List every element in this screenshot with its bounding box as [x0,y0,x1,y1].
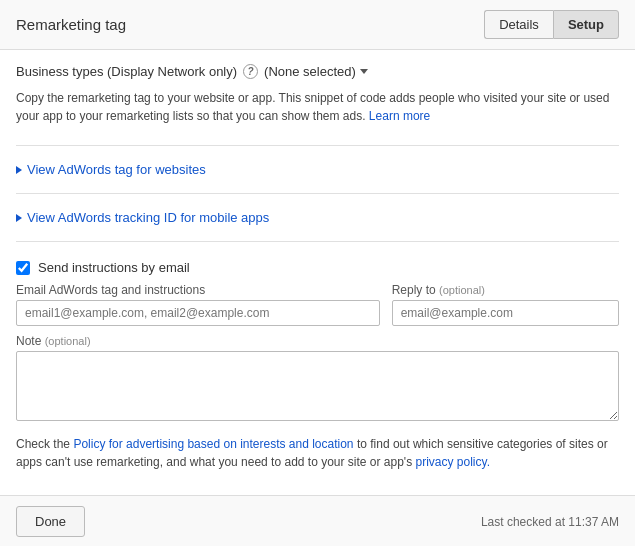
note-field-container: Note (optional) [16,334,619,421]
adwords-mobile-link[interactable]: View AdWords tracking ID for mobile apps [16,202,619,233]
expand-arrow-mobile-icon [16,214,22,222]
reply-to-label: Reply to (optional) [392,283,619,297]
page-title: Remarketing tag [16,16,126,33]
adwords-websites-link[interactable]: View AdWords tag for websites [16,154,619,185]
divider-1 [16,145,619,146]
privacy-link[interactable]: privacy policy. [416,455,490,469]
send-email-row: Send instructions by email [16,260,619,275]
none-selected-dropdown[interactable]: (None selected) [264,64,368,79]
dropdown-arrow-icon [360,69,368,74]
footer: Done Last checked at 11:37 AM [0,495,635,546]
business-types-label: Business types (Display Network only) [16,64,237,79]
last-checked-text: Last checked at 11:37 AM [481,515,619,529]
email-input[interactable] [16,300,380,326]
divider-3 [16,241,619,242]
none-selected-text: (None selected) [264,64,356,79]
header: Remarketing tag Details Setup [0,0,635,50]
note-textarea[interactable] [16,351,619,421]
send-email-label: Send instructions by email [38,260,190,275]
form-row: Email AdWords tag and instructions Reply… [16,283,619,326]
done-button[interactable]: Done [16,506,85,537]
policy-link[interactable]: Policy for advertising based on interest… [73,437,353,451]
details-button[interactable]: Details [484,10,553,39]
divider-2 [16,193,619,194]
email-field-container: Email AdWords tag and instructions [16,283,380,326]
reply-to-field-container: Reply to (optional) [392,283,619,326]
email-field-label: Email AdWords tag and instructions [16,283,380,297]
reply-to-input[interactable] [392,300,619,326]
page-wrapper: Remarketing tag Details Setup Business t… [0,0,635,546]
business-types-row: Business types (Display Network only) ? … [16,64,619,79]
learn-more-link[interactable]: Learn more [369,109,430,123]
note-label: Note (optional) [16,334,619,348]
content: Business types (Display Network only) ? … [0,50,635,495]
policy-text: Check the Policy for advertising based o… [16,435,619,471]
description-text: Copy the remarketing tag to your website… [16,89,619,125]
send-email-checkbox[interactable] [16,261,30,275]
header-buttons: Details Setup [484,10,619,39]
help-icon[interactable]: ? [243,64,258,79]
setup-button[interactable]: Setup [553,10,619,39]
expand-arrow-icon [16,166,22,174]
